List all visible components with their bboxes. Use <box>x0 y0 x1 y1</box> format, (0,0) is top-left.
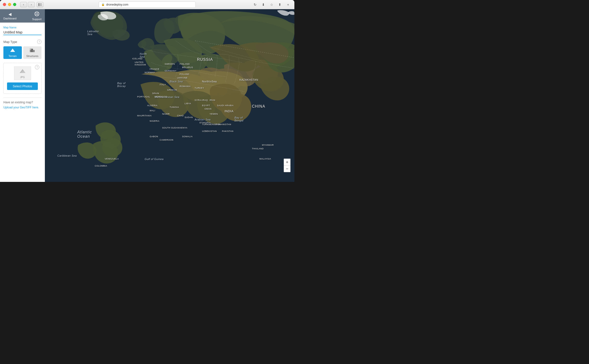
zoom-out-icon: − <box>286 167 289 171</box>
structures-icon <box>30 48 35 54</box>
upload-help-icon[interactable]: ? <box>35 65 39 69</box>
select-photos-label: Select Photos <box>13 84 32 88</box>
existing-map-text: Have an existing map? <box>3 101 41 104</box>
sidebar-toggle-button[interactable] <box>37 2 43 7</box>
jpg-label: JPG <box>20 76 25 79</box>
map-type-header: Map Type ? <box>3 40 41 44</box>
support-icon <box>34 11 39 17</box>
map-area[interactable]: RUSSIA CHINA INDIA North\nSea KAZAKHSTAN… <box>45 9 294 182</box>
share-button[interactable]: ⬆ <box>276 2 283 7</box>
zoom-in-button[interactable]: + <box>284 159 290 165</box>
structures-button[interactable]: Structures <box>23 46 42 59</box>
url-text: dronedeploy.com <box>106 3 128 6</box>
svg-line-6 <box>35 12 36 13</box>
share-icon: ⬆ <box>278 3 281 7</box>
title-bar: ‹ › 🔒 dronedeploy.com ↻ <box>0 0 294 9</box>
map-type-label: Map Type <box>3 40 17 44</box>
maximize-button[interactable] <box>13 3 16 6</box>
svg-line-8 <box>38 12 39 13</box>
select-photos-button[interactable]: Select Photos <box>7 82 38 90</box>
structures-label: Structures <box>26 55 38 57</box>
svg-point-5 <box>36 13 38 15</box>
back-icon: ‹ <box>23 3 24 6</box>
new-tab-button[interactable]: + <box>285 2 291 7</box>
sidebar: ◀ Dashboard Support <box>0 9 45 182</box>
upload-geotiff-link[interactable]: Upload your GeoTIFF here. <box>3 106 39 109</box>
bookmark-button[interactable]: ☆ <box>268 2 275 7</box>
svg-line-9 <box>35 15 36 16</box>
dashboard-nav-item[interactable]: ◀ Dashboard <box>3 12 16 20</box>
dashboard-label: Dashboard <box>3 17 16 20</box>
close-button[interactable] <box>3 3 6 6</box>
svg-rect-15 <box>30 48 31 49</box>
map-name-label: Map Name <box>3 26 41 29</box>
sidebar-body: Map Name Map Type ? Terrain <box>0 23 45 182</box>
window-chrome: ‹ › 🔒 dronedeploy.com ↻ <box>0 0 294 9</box>
back-arrow-icon: ◀ <box>8 12 11 16</box>
traffic-lights <box>3 3 16 6</box>
map-type-buttons: Terrain Structures <box>3 46 41 59</box>
main-content: ◀ Dashboard Support <box>0 9 294 182</box>
mountain-icon <box>19 68 26 75</box>
svg-line-7 <box>38 15 39 16</box>
star-icon: ☆ <box>270 3 273 7</box>
map-svg <box>45 9 294 182</box>
terrain-label: Terrain <box>8 55 17 57</box>
zoom-in-icon: + <box>286 160 289 164</box>
zoom-out-button[interactable]: − <box>284 165 290 172</box>
address-bar[interactable]: 🔒 dronedeploy.com <box>99 1 196 8</box>
download-icon: ⬇ <box>262 3 265 7</box>
reload-button[interactable]: ↻ <box>252 2 258 7</box>
svg-rect-3 <box>40 5 42 6</box>
support-nav-item[interactable]: Support <box>32 11 41 21</box>
upload-area: ? JPG Select Photos <box>3 63 41 94</box>
svg-rect-0 <box>38 3 40 6</box>
svg-rect-2 <box>40 4 42 5</box>
zoom-controls: + − <box>284 159 290 172</box>
map-background: RUSSIA CHINA INDIA North\nSea KAZAKHSTAN… <box>45 9 294 182</box>
svg-rect-16 <box>31 48 32 49</box>
terrain-button[interactable]: Terrain <box>3 46 22 59</box>
address-bar-wrap: 🔒 dronedeploy.com <box>99 1 196 8</box>
map-type-help-icon[interactable]: ? <box>37 40 41 44</box>
sidebar-toggle-icon <box>38 3 42 6</box>
jpg-preview: JPG <box>14 66 31 80</box>
download-button[interactable]: ⬇ <box>260 2 267 7</box>
new-tab-icon: + <box>287 3 289 7</box>
sidebar-header: ◀ Dashboard Support <box>0 9 45 23</box>
back-button[interactable]: ‹ <box>20 2 27 7</box>
divider <box>3 97 41 98</box>
reload-icon: ↻ <box>254 3 257 7</box>
forward-icon: › <box>31 3 32 6</box>
svg-rect-1 <box>40 3 42 4</box>
lock-icon: 🔒 <box>101 3 105 6</box>
support-label: Support <box>32 18 41 21</box>
svg-rect-14 <box>32 50 35 52</box>
nav-buttons: ‹ › <box>20 2 35 7</box>
map-name-input[interactable] <box>3 30 41 35</box>
toolbar-right: ↻ ⬇ ☆ ⬆ + <box>252 2 291 7</box>
terrain-icon <box>10 48 16 54</box>
minimize-button[interactable] <box>8 3 11 6</box>
forward-button[interactable]: › <box>28 2 35 7</box>
